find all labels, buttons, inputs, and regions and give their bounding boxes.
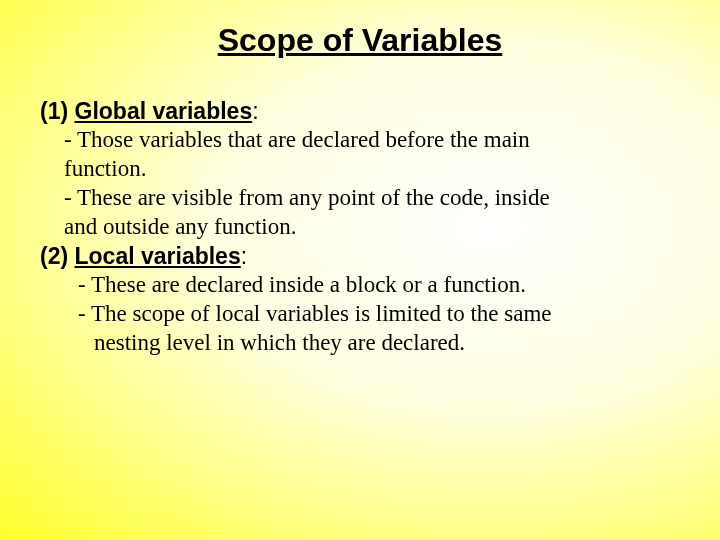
section-1-heading: (1) Global variables: bbox=[40, 97, 680, 126]
slide: Scope of Variables (1) Global variables:… bbox=[0, 0, 720, 540]
section-2-point-2-line-2: nesting level in which they are declared… bbox=[40, 329, 680, 358]
slide-title: Scope of Variables bbox=[40, 22, 680, 59]
section-1-title: Global variables bbox=[75, 98, 253, 124]
section-1-point-1-line-2: function. bbox=[40, 155, 680, 184]
section-2-point-1: - These are declared inside a block or a… bbox=[40, 271, 680, 300]
section-2-colon: : bbox=[241, 243, 247, 269]
section-1-point-2-line-2: and outside any function. bbox=[40, 213, 680, 242]
section-2-point-2-line-1: - The scope of local variables is limite… bbox=[40, 300, 680, 329]
section-2-title: Local variables bbox=[75, 243, 241, 269]
section-1-point-2-line-1: - These are visible from any point of th… bbox=[40, 184, 680, 213]
section-2-heading: (2) Local variables: bbox=[40, 242, 680, 271]
section-1-number: (1) bbox=[40, 98, 75, 124]
section-1-point-1-line-1: - Those variables that are declared befo… bbox=[40, 126, 680, 155]
section-1-colon: : bbox=[252, 98, 258, 124]
section-2-number: (2) bbox=[40, 243, 75, 269]
slide-body: (1) Global variables: - Those variables … bbox=[40, 97, 680, 358]
